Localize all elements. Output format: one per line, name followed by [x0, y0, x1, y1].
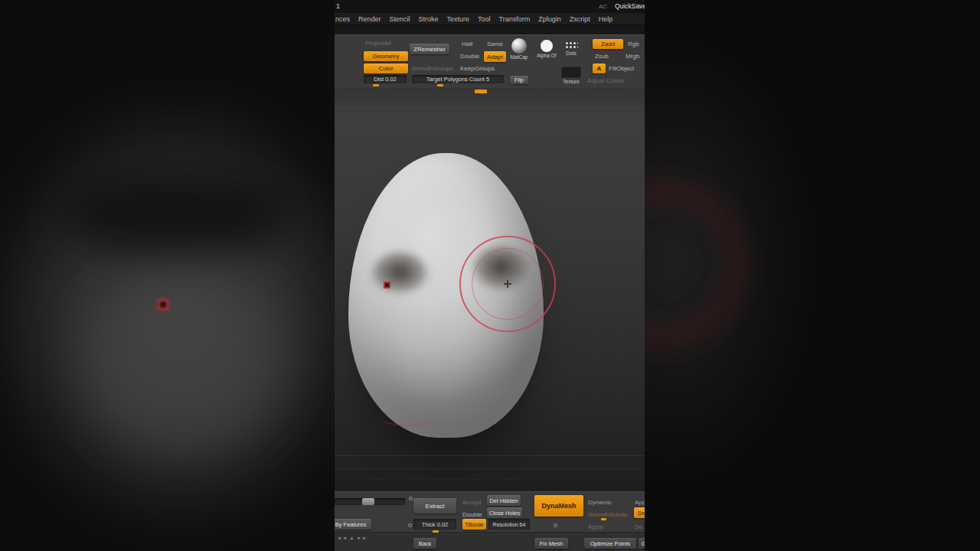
blurred-cheek-glow: [84, 276, 283, 452]
menu-item-preferences[interactable]: nces: [335, 15, 350, 23]
menu-item-transform[interactable]: Transform: [499, 15, 531, 23]
quicksave-button[interactable]: QuickSave: [615, 2, 645, 10]
eye-socket-left: [368, 251, 432, 317]
double-extract-button[interactable]: Double: [462, 511, 482, 518]
dist-slider-indicator: [373, 84, 379, 86]
thick-slider-indicator: [433, 530, 439, 533]
texture-button[interactable]: Texture: [560, 67, 582, 84]
matcap-sphere-icon: [511, 38, 527, 54]
blurred-head-backdrop: [0, 0, 335, 551]
sm-truncated-button[interactable]: Sm: [634, 507, 645, 518]
a-button[interactable]: A: [593, 64, 606, 73]
sculpt-canvas[interactable]: [335, 88, 645, 491]
texture-thumbnail-icon: [561, 67, 581, 78]
dot-toggle-icon[interactable]: [554, 523, 557, 527]
dist-slider[interactable]: Dist 0.02: [364, 75, 407, 83]
thick-slider[interactable]: Thick 0.02: [413, 519, 456, 530]
menu-item-zscript[interactable]: Zscript: [570, 15, 590, 23]
smoothsubdiv-button[interactable]: SmoothSubdiv: [588, 511, 628, 518]
same-button[interactable]: Same: [487, 41, 503, 47]
dot-toggle-icon[interactable]: [408, 523, 412, 527]
letterbox-right-blur: [645, 0, 980, 551]
dots-stroke-button[interactable]: Dots: [561, 38, 581, 56]
projectall-button[interactable]: ProjectAll: [365, 40, 391, 47]
optimize-points-button[interactable]: Optimize Points: [584, 538, 636, 549]
menu-item-stencil[interactable]: Stencil: [390, 15, 410, 23]
resolution-slider[interactable]: Resolution 64: [488, 519, 530, 530]
scroll-arrows-icon[interactable]: ◄◄ ▲ ►►: [337, 536, 368, 540]
title-bar: 1 AC QuickSave: [335, 0, 645, 13]
apply-button[interactable]: Apply: [588, 523, 603, 530]
mrgb-button[interactable]: Mrgb: [626, 53, 639, 60]
menu-item-tool[interactable]: Tool: [478, 15, 491, 23]
menu-bar: nces Render Stencil Stroke Texture Tool …: [335, 13, 645, 25]
adapt-button[interactable]: Adapt: [484, 51, 506, 62]
alpha-button[interactable]: Alpha Of: [536, 38, 557, 58]
smoothsubdiv-indicator: [601, 518, 606, 520]
del-hidden-button[interactable]: Del Hidden: [487, 495, 521, 506]
accept-button[interactable]: Accept: [462, 499, 481, 506]
menu-item-stroke[interactable]: Stroke: [419, 15, 439, 23]
matcap-label: MatCap: [511, 54, 528, 60]
dots-label: Dots: [566, 51, 576, 56]
alpha-label: Alpha Of: [537, 53, 556, 58]
document-edge: [335, 107, 645, 108]
flip-button[interactable]: Flip: [510, 76, 528, 84]
ac-label: AC: [599, 3, 607, 10]
dynamic-button[interactable]: Dynamic: [588, 499, 612, 506]
document-indicator: 1: [336, 2, 340, 10]
geometry-button[interactable]: Geometry: [364, 51, 408, 61]
menu-item-help[interactable]: Help: [599, 15, 613, 23]
dynamesh-button[interactable]: DynaMesh: [534, 495, 583, 517]
alpha-thumbnail-icon: [541, 40, 553, 52]
zbrush-ui: 1 AC QuickSave nces Render Stencil Strok…: [335, 0, 645, 551]
fix-mesh-button[interactable]: Fix Mesh: [534, 538, 568, 549]
canvas-mini-slider[interactable]: [475, 90, 487, 93]
smoothgroups-button[interactable]: SmoothGroups: [412, 65, 453, 72]
zremesher-button[interactable]: ZRemesher: [410, 44, 449, 54]
back-button[interactable]: Back: [413, 538, 436, 549]
floor-grid-line: [335, 468, 645, 469]
letterbox-left-blur: [0, 0, 335, 551]
groups-truncated-button[interactable]: Gr: [639, 538, 645, 549]
top-shelf: ProjectAll Geometry Color Dist 0.02 ZRem…: [335, 34, 645, 88]
draw-size-slider[interactable]: [335, 498, 405, 505]
target-polygons-indicator: [437, 84, 443, 86]
bottom-shelf: Extract Accept Del Hidden Double Close H…: [335, 491, 645, 551]
append-truncated-button[interactable]: App: [635, 499, 645, 506]
by-features-button[interactable]: By Features: [335, 519, 371, 530]
extract-button[interactable]: Extract: [413, 498, 456, 514]
matcap-button[interactable]: MatCap: [508, 38, 530, 60]
floor-grid-line: [335, 455, 645, 456]
del-truncated-button[interactable]: De: [635, 523, 642, 530]
double-button[interactable]: Double: [460, 53, 479, 60]
adjust-colors-button[interactable]: Adjust Colors: [587, 77, 624, 84]
rgb-button[interactable]: Rgb: [628, 41, 639, 47]
dot-toggle-icon[interactable]: [409, 497, 413, 500]
menu-item-zplugin[interactable]: Zplugin: [538, 15, 561, 23]
fillobject-button[interactable]: FillObject: [609, 65, 634, 72]
tborder-button[interactable]: TBorde: [462, 519, 486, 530]
menu-item-texture[interactable]: Texture: [447, 15, 470, 23]
half-button[interactable]: Half: [462, 41, 472, 47]
zadd-button[interactable]: Zadd: [593, 39, 623, 49]
video-frame: 1 AC QuickSave nces Render Stencil Strok…: [0, 0, 980, 551]
menu-divider: [335, 25, 645, 34]
texture-label: Texture: [563, 79, 579, 84]
stroke-start-marker: [384, 282, 390, 289]
keepgroups-button[interactable]: KeepGroups: [460, 65, 495, 72]
dots-stroke-icon: [565, 41, 578, 50]
color-button[interactable]: Color: [364, 64, 408, 73]
brush-cursor-crosshair: [504, 280, 511, 288]
floor-grid-line: [335, 479, 645, 480]
close-holes-button[interactable]: Close Holes: [487, 507, 522, 518]
target-polygons-slider[interactable]: Target Polygons Count 5: [412, 75, 504, 83]
blurred-brow-shadow: [61, 172, 291, 256]
menu-item-render[interactable]: Render: [358, 15, 381, 23]
blurred-brush-dot: [158, 299, 168, 310]
draw-size-slider-handle[interactable]: [362, 498, 374, 505]
zsub-button[interactable]: Zsub: [595, 53, 609, 60]
faint-stroke-arc: [381, 409, 437, 426]
